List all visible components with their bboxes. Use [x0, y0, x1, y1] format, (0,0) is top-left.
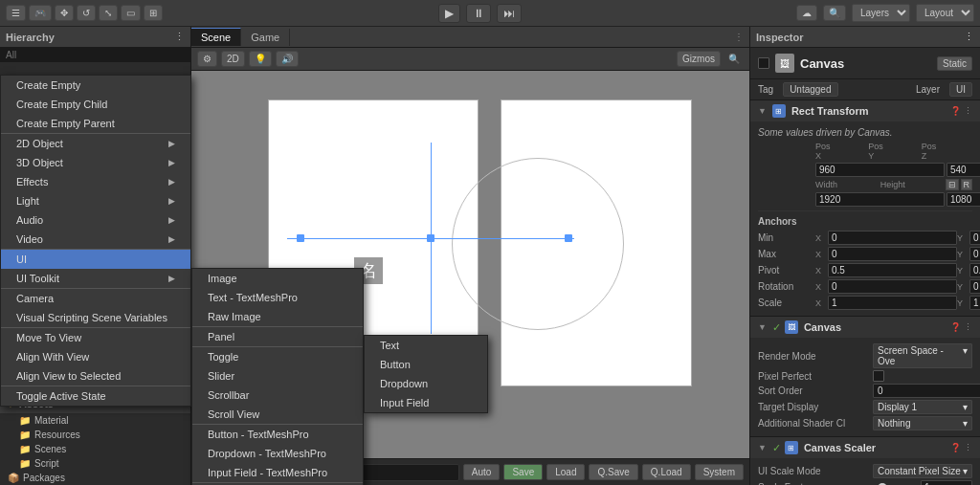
search-icon[interactable]: 🔍: [823, 5, 846, 21]
sub-input-tmp[interactable]: Input Field - TextMeshPro: [192, 463, 363, 483]
sub-panel[interactable]: Panel: [192, 327, 363, 347]
sub-raw-image[interactable]: Raw Image: [192, 307, 363, 327]
ctx-toggle-active-state[interactable]: Toggle Active State: [1, 386, 190, 406]
ctx-3d-object[interactable]: 3D Object▶: [1, 153, 190, 172]
scale-factor-slider[interactable]: [873, 480, 972, 485]
ctx-create-empty-parent[interactable]: Create Empty Parent: [1, 114, 190, 134]
ctx-light[interactable]: Light▶: [1, 191, 190, 210]
sub-button-tmp[interactable]: Button - TextMeshPro: [192, 425, 363, 444]
rot-x-input[interactable]: [828, 279, 957, 294]
scene-audio-btn[interactable]: 🔊: [276, 51, 299, 67]
folder-script[interactable]: 📁 Script: [0, 456, 190, 471]
reset-icon[interactable]: R: [961, 179, 973, 190]
scale-x-input[interactable]: [828, 296, 957, 310]
obj-name[interactable]: Canvas: [800, 56, 844, 71]
cloud-icon[interactable]: ☁: [796, 5, 817, 21]
scene-gizmos-btn[interactable]: Gizmos: [677, 51, 721, 67]
step-button[interactable]: ⏭: [497, 4, 522, 23]
scene-options[interactable]: ⋮: [728, 30, 749, 44]
sort-order-input[interactable]: [873, 384, 980, 398]
legacy-text[interactable]: Text: [365, 336, 487, 355]
max-y-input[interactable]: [969, 247, 980, 261]
pos-y-input[interactable]: [947, 163, 980, 177]
move-tool[interactable]: ✥: [55, 5, 74, 21]
packages-item[interactable]: 📦 Packages: [0, 471, 190, 485]
min-x-input[interactable]: [828, 231, 957, 245]
folder-material[interactable]: 📁 Material: [0, 413, 190, 428]
handle-center[interactable]: [427, 234, 434, 242]
ctx-ui-toolkit[interactable]: UI Toolkit▶: [1, 269, 190, 289]
legacy-input-field[interactable]: Input Field: [365, 393, 487, 412]
target-display-dropdown[interactable]: Display 1 ▾: [873, 400, 972, 414]
rect-tool[interactable]: ▭: [121, 5, 141, 21]
pivot-y-input[interactable]: [969, 263, 980, 277]
scale-factor-input[interactable]: [921, 480, 972, 485]
ui-scale-mode-dropdown[interactable]: Constant Pixel Size ▾: [873, 464, 972, 478]
ctx-create-empty-child[interactable]: Create Empty Child: [1, 95, 190, 114]
sub-dropdown-tmp[interactable]: Dropdown - TextMeshPro: [192, 444, 363, 463]
pos-x-input[interactable]: [815, 163, 945, 177]
ctx-align-with-view[interactable]: Align With View: [1, 347, 190, 366]
hierarchy-search[interactable]: [0, 48, 190, 62]
rect-transform-header[interactable]: ▼ ⊞ Rect Transform ❓ ⋮: [750, 100, 980, 121]
menu-icon[interactable]: ☰: [6, 5, 26, 21]
canvas-checkbox[interactable]: ✓: [772, 321, 781, 334]
static-badge[interactable]: Static: [937, 56, 972, 71]
sub-toggle[interactable]: Toggle: [192, 347, 363, 366]
height-input[interactable]: [947, 192, 980, 207]
auto-button[interactable]: Auto: [463, 464, 501, 480]
qload-button[interactable]: Q.Load: [642, 464, 691, 480]
max-x-input[interactable]: [828, 247, 957, 261]
sub-slider[interactable]: Slider: [192, 366, 363, 386]
transform-tool[interactable]: ⊞: [144, 5, 163, 21]
rotate-tool[interactable]: ↺: [77, 5, 96, 21]
tab-game[interactable]: Game: [241, 29, 290, 46]
pixel-perfect-checkbox[interactable]: [873, 370, 884, 382]
constrain-icon[interactable]: ⊟: [946, 179, 959, 190]
cs-options[interactable]: ❓ ⋮: [950, 443, 972, 452]
ctx-video[interactable]: Video▶: [1, 230, 190, 250]
ctx-create-empty[interactable]: Create Empty: [1, 76, 190, 95]
render-mode-dropdown[interactable]: Screen Space - Ove ▾: [873, 343, 972, 368]
folder-resources[interactable]: 📁 Resources: [0, 428, 190, 442]
legacy-dropdown[interactable]: Dropdown: [365, 374, 487, 393]
min-y-input[interactable]: [969, 231, 980, 245]
rot-y-input[interactable]: [969, 279, 980, 294]
obj-enabled-checkbox[interactable]: [758, 57, 769, 69]
sub-scroll-view[interactable]: Scroll View: [192, 405, 363, 425]
cs-checkbox[interactable]: ✓: [772, 442, 781, 454]
sub-scrollbar[interactable]: Scrollbar: [192, 386, 363, 405]
load-button[interactable]: Load: [546, 464, 585, 480]
ctx-camera[interactable]: Camera: [1, 289, 190, 308]
layers-select[interactable]: Layers: [852, 4, 910, 22]
ctx-visual-scripting[interactable]: Visual Scripting Scene Variables: [1, 308, 190, 328]
system-button[interactable]: System: [695, 464, 744, 480]
ctx-2d-object[interactable]: 2D Object▶: [1, 134, 190, 153]
tag-value[interactable]: Untagged: [783, 82, 837, 97]
ctx-ui[interactable]: UI: [1, 250, 190, 269]
scene-light-btn[interactable]: 💡: [249, 51, 272, 67]
scale-tool[interactable]: ⤡: [99, 5, 118, 21]
scale-y-input[interactable]: [969, 296, 980, 310]
save-button[interactable]: Save: [503, 464, 543, 480]
hierarchy-options-icon[interactable]: ⋮: [174, 31, 185, 43]
canvas-comp-header[interactable]: ▼ ✓ 🖼 Canvas ❓ ⋮: [750, 317, 980, 338]
ctx-audio[interactable]: Audio▶: [1, 210, 190, 230]
canvas-scaler-header[interactable]: ▼ ✓ ⊞ Canvas Scaler ❓ ⋮: [750, 437, 980, 458]
inspector-options[interactable]: ⋮: [964, 31, 974, 43]
legacy-button[interactable]: Button: [365, 355, 487, 374]
scene-2d-btn[interactable]: 2D: [221, 51, 245, 67]
folder-scenes[interactable]: 📁 Scenes: [0, 442, 190, 456]
ctx-align-view-to-selected[interactable]: Align View to Selected: [1, 366, 190, 386]
canvas-comp-options[interactable]: ❓ ⋮: [950, 322, 972, 332]
width-input[interactable]: [815, 192, 945, 207]
layer-value[interactable]: UI: [949, 82, 972, 97]
additional-shader-dropdown[interactable]: Nothing ▾: [873, 416, 972, 430]
sub-text-tmp[interactable]: Text - TextMeshPro: [192, 288, 363, 307]
rt-options[interactable]: ❓ ⋮: [950, 106, 972, 116]
pause-button[interactable]: ⏸: [466, 4, 491, 23]
handle-right[interactable]: [565, 234, 572, 242]
scene-settings-icon[interactable]: ⚙: [197, 51, 217, 67]
pivot-x-input[interactable]: [828, 263, 957, 277]
layout-select[interactable]: Layout: [916, 4, 974, 22]
